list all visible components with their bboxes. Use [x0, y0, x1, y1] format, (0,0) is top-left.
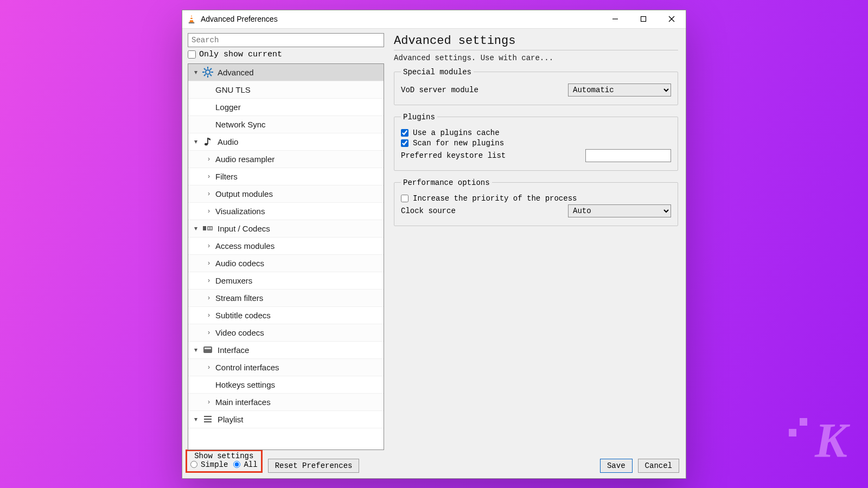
tree-item-subtitle-codecs[interactable]: ›Subtitle codecs	[188, 307, 384, 324]
chevron-right-icon[interactable]: ›	[205, 277, 213, 284]
search-input[interactable]	[188, 33, 384, 47]
interface-icon	[202, 344, 213, 355]
settings-tree-scroll[interactable]: ▾AdvancedGNU TLSLoggerNetwork Sync▾Audio…	[188, 64, 384, 450]
simple-radio[interactable]	[190, 461, 197, 468]
tree-item-access-modules[interactable]: ›Access modules	[188, 237, 384, 255]
tree-item-hotkeys-settings[interactable]: Hotkeys settings	[188, 376, 384, 394]
tree-item-label: Audio resampler	[215, 155, 275, 164]
svg-rect-21	[208, 227, 209, 229]
tree-item-label: Control interfaces	[215, 363, 279, 372]
tree-item-label: Logger	[215, 102, 241, 112]
plugins-cache-checkbox[interactable]	[401, 129, 409, 137]
vod-combo[interactable]: Automatic	[568, 84, 671, 97]
tree-item-visualizations[interactable]: ›Visualizations	[188, 203, 384, 220]
maximize-button[interactable]	[629, 10, 658, 28]
increase-priority-checkbox[interactable]	[401, 195, 409, 202]
chevron-right-icon[interactable]: ›	[205, 363, 213, 371]
chevron-down-icon[interactable]: ▾	[192, 68, 200, 76]
increase-priority-label: Increase the priority of the process	[413, 194, 577, 203]
tree-item-stream-filters[interactable]: ›Stream filters	[188, 290, 384, 307]
show-settings-box: Show settings Simple All	[186, 450, 263, 473]
chevron-right-icon[interactable]: ›	[205, 155, 213, 163]
svg-rect-23	[203, 346, 212, 353]
vod-label: VoD server module	[401, 86, 564, 94]
page-subtitle: Advanced settings. Use with care...	[394, 54, 678, 62]
tree-item-network-sync[interactable]: Network Sync	[188, 116, 384, 133]
titlebar: Advanced Preferences	[182, 10, 686, 29]
tree-item-label: GNU TLS	[215, 85, 251, 94]
svg-rect-18	[207, 138, 208, 144]
performance-legend: Performance options	[401, 178, 492, 187]
svg-rect-24	[205, 348, 211, 349]
tree-item-main-interfaces[interactable]: ›Main interfaces	[188, 394, 384, 411]
special-modules-group: Special modules VoD server module Automa…	[394, 68, 678, 105]
only-show-current-checkbox[interactable]	[188, 50, 196, 59]
tree-item-audio-codecs[interactable]: ›Audio codecs	[188, 255, 384, 272]
settings-tree: ▾AdvancedGNU TLSLoggerNetwork Sync▾Audio…	[188, 63, 384, 450]
tree-item-video-codecs[interactable]: ›Video codecs	[188, 324, 384, 342]
tree-item-audio-resampler[interactable]: ›Audio resampler	[188, 151, 384, 168]
chevron-down-icon[interactable]: ▾	[192, 224, 200, 232]
scan-plugins-label: Scan for new plugins	[413, 139, 504, 147]
tree-item-logger[interactable]: Logger	[188, 99, 384, 116]
tree-item-label: Hotkeys settings	[215, 380, 275, 389]
tree-item-label: Subtitle codecs	[215, 311, 271, 320]
chevron-right-icon[interactable]: ›	[205, 207, 213, 215]
special-modules-legend: Special modules	[401, 68, 474, 76]
tree-item-label: Interface	[218, 345, 249, 355]
chevron-right-icon[interactable]: ›	[205, 311, 213, 319]
clock-combo[interactable]: Auto	[568, 204, 671, 217]
close-button[interactable]	[658, 10, 686, 28]
tree-item-control-interfaces[interactable]: ›Control interfaces	[188, 359, 384, 376]
scan-plugins-checkbox[interactable]	[401, 139, 409, 147]
playlist-icon	[202, 414, 213, 425]
svg-rect-20	[207, 226, 213, 230]
tree-item-interface[interactable]: ▾Interface	[188, 342, 384, 359]
tree-item-filters[interactable]: ›Filters	[188, 168, 384, 185]
chevron-right-icon[interactable]: ›	[205, 190, 213, 197]
chevron-right-icon[interactable]: ›	[205, 172, 213, 180]
chevron-down-icon[interactable]: ▾	[192, 346, 200, 354]
only-show-current-row[interactable]: Only show current	[188, 50, 384, 59]
tree-item-audio[interactable]: ▾Audio	[188, 133, 384, 151]
footer: Show settings Simple All Reset Preferenc…	[182, 450, 686, 478]
reset-button[interactable]: Reset Preferences	[268, 459, 360, 473]
tree-item-label: Input / Codecs	[218, 224, 270, 233]
tree-item-label: Network Sync	[215, 120, 266, 129]
chevron-right-icon[interactable]: ›	[205, 329, 213, 336]
left-panel: Only show current ▾AdvancedGNU TLSLogger…	[188, 33, 384, 450]
chevron-right-icon[interactable]: ›	[205, 259, 213, 267]
plugins-group: Plugins Use a plugins cache Scan for new…	[394, 113, 678, 171]
plugins-cache-label: Use a plugins cache	[413, 129, 500, 137]
svg-line-14	[210, 74, 212, 76]
keystore-input[interactable]	[585, 149, 671, 162]
cancel-button[interactable]: Cancel	[638, 459, 679, 473]
note-icon	[202, 136, 213, 147]
tree-item-input-codecs[interactable]: ▾Input / Codecs	[188, 220, 384, 237]
tree-item-label: Output modules	[215, 189, 273, 198]
chevron-down-icon[interactable]: ▾	[192, 415, 200, 423]
all-radio[interactable]	[233, 461, 240, 468]
chevron-right-icon[interactable]: ›	[205, 398, 213, 406]
chevron-right-icon[interactable]: ›	[205, 294, 213, 301]
all-label: All	[244, 460, 257, 469]
preferences-window: Advanced Preferences Only show current ▾…	[182, 10, 686, 479]
chevron-down-icon[interactable]: ▾	[192, 138, 200, 145]
show-settings-title: Show settings	[190, 452, 258, 460]
tree-item-playlist[interactable]: ▾Playlist	[188, 411, 384, 428]
tree-item-demuxers[interactable]: ›Demuxers	[188, 272, 384, 290]
chevron-right-icon[interactable]: ›	[205, 242, 213, 249]
tree-item-advanced[interactable]: ▾Advanced	[188, 64, 384, 81]
svg-rect-2	[190, 19, 193, 20]
content-area: Only show current ▾AdvancedGNU TLSLogger…	[182, 29, 686, 450]
right-panel: Advanced settings Advanced settings. Use…	[394, 33, 680, 450]
minimize-button[interactable]	[601, 10, 629, 28]
save-button[interactable]: Save	[600, 459, 633, 473]
only-show-current-label: Only show current	[199, 50, 282, 59]
tree-item-output-modules[interactable]: ›Output modules	[188, 185, 384, 203]
tree-item-label: Visualizations	[215, 207, 265, 216]
svg-marker-0	[189, 15, 194, 23]
tree-item-gnu-tls[interactable]: GNU TLS	[188, 81, 384, 99]
page-title: Advanced settings	[394, 34, 678, 50]
svg-line-15	[204, 74, 206, 76]
